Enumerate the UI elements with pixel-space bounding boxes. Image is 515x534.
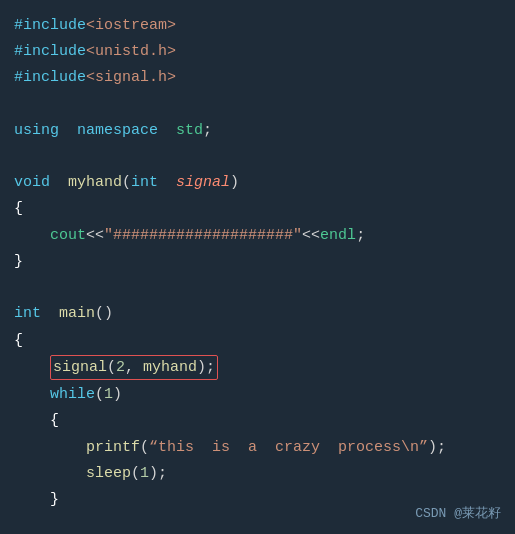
- code-line-10: }: [0, 248, 515, 274]
- code-line-13: {: [0, 327, 515, 353]
- code-line-3: #include<signal.h>: [0, 65, 515, 91]
- code-line-12: int main(): [0, 301, 515, 327]
- code-line-9: cout<<"####################"<<endl;: [0, 222, 515, 248]
- highlight-signal-call: signal(2, myhand);: [50, 355, 218, 380]
- code-line-14: signal(2, myhand);: [0, 353, 515, 381]
- code-line-15: while(1): [0, 382, 515, 408]
- code-line-7: void myhand(int signal): [0, 170, 515, 196]
- code-line-16: {: [0, 408, 515, 434]
- watermark: CSDN @莱花籽: [415, 504, 501, 522]
- code-line-17: printf(“this is a crazy process\n”);: [0, 434, 515, 460]
- code-line-18: sleep(1);: [0, 460, 515, 486]
- code-line-4: [0, 91, 515, 117]
- code-line-2: #include<unistd.h>: [0, 38, 515, 64]
- code-editor: #include<iostream> #include<unistd.h> #i…: [0, 0, 515, 534]
- code-line-1: #include<iostream>: [0, 12, 515, 38]
- code-line-6: [0, 143, 515, 169]
- code-line-8: {: [0, 196, 515, 222]
- code-line-11: [0, 275, 515, 301]
- code-line-5: using namespace std;: [0, 117, 515, 143]
